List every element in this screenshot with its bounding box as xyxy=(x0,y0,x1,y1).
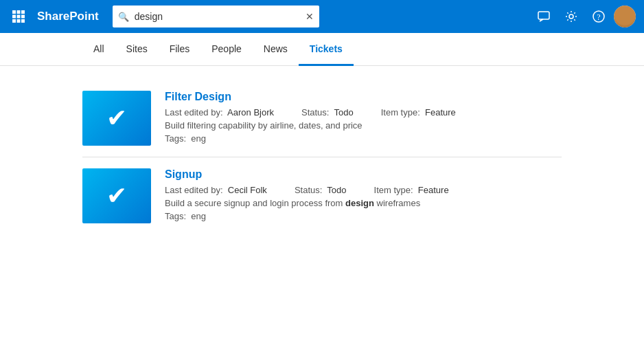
item-type-field: Item type: Feature xyxy=(381,107,456,118)
svg-rect-9 xyxy=(538,12,549,19)
svg-rect-7 xyxy=(17,19,21,23)
result-tags: Tags: eng xyxy=(165,133,562,144)
result-thumbnail: ✔ xyxy=(82,91,151,146)
status-field: Status: Todo xyxy=(295,185,347,195)
result-content: Filter Design Last edited by: Aaron Bjor… xyxy=(165,91,562,144)
avatar[interactable] xyxy=(614,5,636,27)
result-meta: Last edited by: Aaron Bjork Status: Todo… xyxy=(165,107,562,118)
svg-text:?: ? xyxy=(597,12,600,22)
svg-rect-5 xyxy=(21,15,25,19)
result-tags: Tags: eng xyxy=(165,211,562,221)
result-meta: Last edited by: Cecil Folk Status: Todo … xyxy=(165,185,562,195)
result-title[interactable]: Signup xyxy=(165,168,562,181)
result-item-filter-design: ✔ Filter Design Last edited by: Aaron Bj… xyxy=(82,80,562,157)
tab-sites[interactable]: Sites xyxy=(115,33,159,66)
svg-rect-1 xyxy=(17,10,21,14)
svg-rect-6 xyxy=(12,19,16,23)
tab-news[interactable]: News xyxy=(253,33,299,66)
settings-button[interactable] xyxy=(559,4,584,29)
last-edited-label: Last edited by: Cecil Folk xyxy=(165,185,267,195)
last-edited-label: Last edited by: Aaron Bjork xyxy=(165,107,274,118)
tab-all[interactable]: All xyxy=(82,33,115,66)
svg-point-10 xyxy=(569,14,573,19)
svg-rect-2 xyxy=(21,10,25,14)
item-type-field: Item type: Feature xyxy=(374,185,449,195)
result-description: Build a secure signup and login process … xyxy=(165,198,562,208)
tab-files[interactable]: Files xyxy=(159,33,201,66)
svg-rect-0 xyxy=(12,10,16,14)
result-thumbnail: ✔ xyxy=(82,168,151,223)
tab-people[interactable]: People xyxy=(200,33,253,66)
search-input[interactable] xyxy=(135,11,300,22)
checkmark-icon: ✔ xyxy=(106,183,127,208)
header-icons: ? xyxy=(531,4,636,29)
header: SharePoint 🔍 ✕ ? xyxy=(0,0,644,33)
waffle-icon[interactable] xyxy=(8,6,29,27)
status-field: Status: Todo xyxy=(301,107,354,118)
svg-rect-8 xyxy=(21,19,25,23)
svg-rect-4 xyxy=(17,15,21,19)
chat-button[interactable] xyxy=(531,4,556,29)
close-icon[interactable]: ✕ xyxy=(306,11,314,22)
search-box: 🔍 ✕ xyxy=(113,5,319,27)
result-description: Build filtering capability by airline, d… xyxy=(165,120,562,131)
tab-tickets[interactable]: Tickets xyxy=(299,33,354,66)
results-area: ✔ Filter Design Last edited by: Aaron Bj… xyxy=(0,66,644,248)
nav-tabs: All Sites Files People News Tickets xyxy=(0,33,644,66)
search-icon: 🔍 xyxy=(118,12,129,22)
result-title[interactable]: Filter Design xyxy=(165,91,562,103)
result-content: Signup Last edited by: Cecil Folk Status… xyxy=(165,168,562,221)
result-item-signup: ✔ Signup Last edited by: Cecil Folk Stat… xyxy=(82,157,562,234)
help-button[interactable]: ? xyxy=(586,4,611,29)
checkmark-icon: ✔ xyxy=(106,106,127,131)
app-title: SharePoint xyxy=(37,10,99,23)
svg-rect-3 xyxy=(12,15,16,19)
